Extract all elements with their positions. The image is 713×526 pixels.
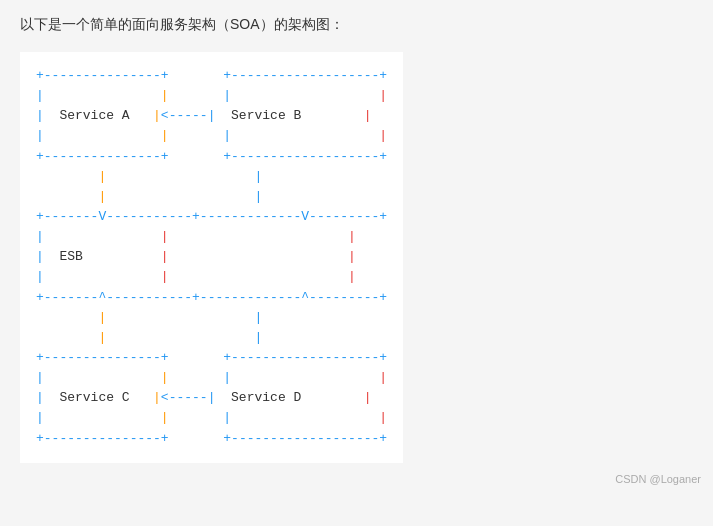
page-title: 以下是一个简单的面向服务架构（SOA）的架构图： bbox=[20, 16, 693, 34]
watermark: CSDN @Loganer bbox=[615, 473, 701, 485]
page-container: 以下是一个简单的面向服务架构（SOA）的架构图： +--------------… bbox=[0, 0, 713, 493]
diagram-box: +---------------+ +-------------------+ … bbox=[20, 52, 403, 463]
